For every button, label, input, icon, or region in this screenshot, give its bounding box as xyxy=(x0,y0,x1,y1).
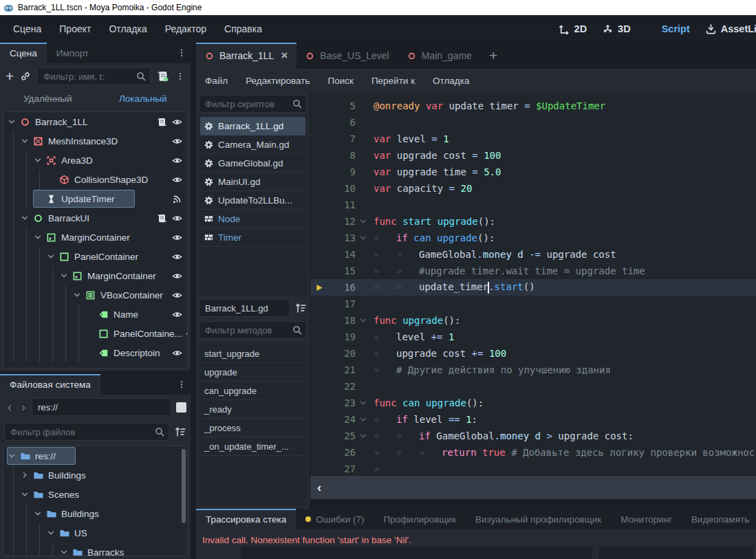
code-line[interactable]: 7var level = 1 xyxy=(310,131,756,147)
eye-icon[interactable] xyxy=(172,212,182,223)
script-item[interactable]: Barrack_1LL.gd xyxy=(200,117,305,135)
scripts-filter-input[interactable] xyxy=(199,96,306,112)
attach-script-button[interactable] xyxy=(157,70,169,83)
code-line[interactable]: 16»»update_timer.start() xyxy=(310,279,756,296)
debugger-tab[interactable]: Визуальный профилировщик xyxy=(466,509,611,529)
collapse-chevron-icon[interactable] xyxy=(34,156,45,164)
scene-tree-menu-button[interactable] xyxy=(175,72,185,81)
eye-icon[interactable] xyxy=(172,309,182,320)
code-line[interactable]: 17 xyxy=(310,296,756,312)
scene-node-row[interactable]: Area3D xyxy=(3,151,187,170)
code-editor[interactable]: 5@onready var update_timer = $UpdateTime… xyxy=(310,92,756,476)
collapse-chevron-icon[interactable] xyxy=(34,233,45,241)
code-line[interactable]: 10var capacity = 20 xyxy=(310,180,756,197)
eye-icon[interactable] xyxy=(186,328,188,339)
collapse-chevron-icon[interactable] xyxy=(47,529,58,537)
code-line[interactable]: 22 xyxy=(310,378,756,395)
eye-icon[interactable] xyxy=(172,155,182,166)
workspace-2d[interactable]: 2D xyxy=(559,23,587,35)
code-line[interactable]: 6 xyxy=(310,114,756,131)
collapse-chevron-icon[interactable] xyxy=(21,137,32,145)
nav-forward-button[interactable]: › xyxy=(18,400,29,415)
toggle-split-mode-button[interactable] xyxy=(176,402,186,413)
scene-node-row[interactable]: Descriptoin xyxy=(3,343,187,362)
scene-node-row[interactable]: PanelContaine... xyxy=(3,324,187,343)
debugger-tab[interactable]: Мониторинг xyxy=(611,509,682,529)
menu-Отладка[interactable]: Отладка xyxy=(100,15,155,43)
file-row[interactable]: US xyxy=(3,523,187,542)
remote-toggle[interactable]: Удалённый xyxy=(0,89,96,110)
method-item[interactable]: start_upgrade xyxy=(200,344,305,363)
method-item[interactable]: _process xyxy=(200,419,305,437)
code-line[interactable]: 8var upgrade_cost = 100 xyxy=(310,147,756,164)
eye-icon[interactable] xyxy=(172,251,182,262)
eye-icon[interactable] xyxy=(172,116,182,127)
fold-chevron-icon[interactable] xyxy=(356,217,371,226)
scene-node-row[interactable]: MarginContainer xyxy=(3,266,187,285)
eye-icon[interactable] xyxy=(172,174,182,185)
scene-node-row[interactable]: BarrackUI xyxy=(3,208,187,228)
file-row[interactable]: Scenes xyxy=(3,485,187,504)
fold-chevron-icon[interactable] xyxy=(356,234,371,242)
code-line[interactable]: 9var upgrade_time = 5.0 xyxy=(310,164,756,180)
script-menu-Редактировать[interactable]: Редактировать xyxy=(237,76,318,86)
code-line[interactable]: 13»if can_upgrade(): xyxy=(310,230,756,246)
stack-variables-list[interactable] xyxy=(599,547,753,559)
scene-tab-Base_US_Level[interactable]: Base_US_Level xyxy=(296,43,398,69)
script-menu-Перейти к[interactable]: Перейти к xyxy=(363,76,424,86)
code-line[interactable]: 18func upgrade(): xyxy=(310,312,756,329)
eye-icon[interactable] xyxy=(172,135,182,146)
eye-icon[interactable] xyxy=(172,347,182,358)
workspace-assetlib[interactable]: AssetLib xyxy=(705,23,756,35)
tab-scene[interactable]: Сцена xyxy=(0,43,47,63)
code-line[interactable]: 23func can_upgrade(): xyxy=(310,395,756,411)
file-sort-button[interactable] xyxy=(174,426,186,438)
code-line[interactable]: 19»level += 1 xyxy=(310,329,756,345)
scene-filter-input[interactable] xyxy=(38,68,150,85)
scene-node-row[interactable]: CollisionShape3D xyxy=(3,170,187,189)
expand-chevron-icon[interactable] xyxy=(21,471,32,479)
workspace-3d[interactable]: 3D xyxy=(602,23,631,35)
collapse-chevron-icon[interactable] xyxy=(73,291,85,299)
method-sort-button[interactable] xyxy=(294,302,307,314)
workspace-script[interactable]: Script xyxy=(646,23,690,35)
collapse-chevron-icon[interactable] xyxy=(47,252,58,261)
scene-node-row[interactable]: MeshInstance3D xyxy=(3,131,187,151)
scrollbar-thumb[interactable] xyxy=(182,449,186,523)
code-line[interactable]: 11 xyxy=(310,197,756,213)
scene-node-row[interactable]: UpdateTimer xyxy=(3,189,187,208)
collapse-chevron-icon[interactable] xyxy=(21,214,32,222)
collapse-panel-icon[interactable]: ‹ xyxy=(317,480,321,495)
script-item[interactable]: UpdateTo2LLBu... xyxy=(200,191,305,210)
fold-chevron-icon[interactable] xyxy=(356,432,371,440)
scene-dock-menu-button[interactable] xyxy=(173,43,191,63)
debugger-tab[interactable]: Видеопамять xyxy=(682,509,756,529)
script-item[interactable]: MainUI.gd xyxy=(200,173,305,191)
fold-chevron-icon[interactable] xyxy=(356,316,371,325)
menu-Справка[interactable]: Справка xyxy=(215,15,271,43)
filesystem-menu-button[interactable] xyxy=(173,374,191,395)
eye-icon[interactable] xyxy=(172,232,182,243)
code-line[interactable]: 15»»#upgrade_timer.wait_time = upgrade_t… xyxy=(310,263,756,279)
local-toggle[interactable]: Локальный xyxy=(96,89,191,110)
script-menu-Отладка[interactable]: Отладка xyxy=(424,76,478,86)
scene-node-row[interactable]: VBoxContainer xyxy=(3,285,187,305)
scene-tab-Main_game[interactable]: Main_game xyxy=(398,43,481,69)
collapse-chevron-icon[interactable] xyxy=(34,509,45,518)
debugger-tab[interactable]: Ошибки (7) xyxy=(296,509,374,529)
method-item[interactable]: upgrade xyxy=(200,363,305,382)
new-tab-button[interactable]: + xyxy=(481,43,506,69)
file-filter-input[interactable] xyxy=(5,424,169,440)
tab-filesystem[interactable]: Файловая система xyxy=(0,374,100,395)
instance-scene-button[interactable] xyxy=(20,71,31,82)
eye-icon[interactable] xyxy=(172,270,182,281)
script-item[interactable]: Camera_Main.gd xyxy=(200,135,305,154)
script-menu-Файл[interactable]: Файл xyxy=(196,76,237,86)
file-row[interactable]: res:// xyxy=(3,446,187,465)
method-item[interactable]: can_upgrade xyxy=(200,382,305,400)
file-row[interactable]: Barracks xyxy=(3,542,187,556)
method-item[interactable]: _ready xyxy=(200,400,305,419)
script-menu-Поиск[interactable]: Поиск xyxy=(318,76,362,86)
script-item[interactable]: GameGlobal.gd xyxy=(200,154,305,173)
code-line[interactable]: 26»»»return true # Добавьте здесь логику… xyxy=(310,444,756,461)
